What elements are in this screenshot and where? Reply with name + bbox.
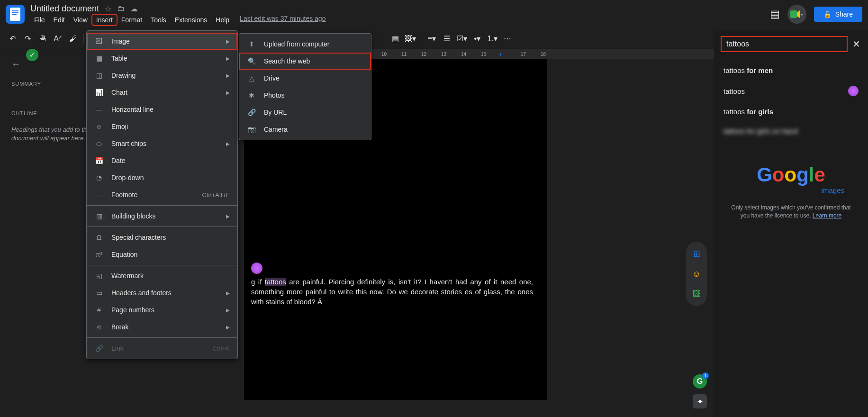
break-icon: ⎋ [94, 322, 104, 332]
explore-button[interactable]: ✦ [693, 394, 707, 408]
menu-divider [87, 205, 237, 206]
search-input[interactable] [722, 37, 847, 51]
search-panel: ✕ tattoos for mentattoostattoos for girl… [714, 31, 868, 417]
chevron-right-icon: ▶ [226, 308, 230, 313]
more-button[interactable]: ⋯ [501, 32, 514, 45]
menu-bar: FileEditViewInsertFormatToolsExtensionsH… [30, 15, 326, 25]
menu-label: Drawing [111, 72, 136, 79]
meet-icon [790, 10, 800, 18]
menu-label: Horizontal line [111, 106, 154, 113]
add-comment-button[interactable]: ⊞ [690, 247, 703, 261]
line-spacing-button[interactable]: ☰ [440, 32, 453, 45]
print-button[interactable]: 🖶 [36, 32, 49, 45]
menu-item-page-numbers[interactable]: #Page numbers▶ [87, 301, 237, 318]
menu-label: Drop-down [111, 174, 144, 181]
ruler-mark: 12 [421, 52, 426, 57]
cloud-icon[interactable]: ☁ [130, 4, 138, 13]
back-arrow[interactable]: ← [11, 59, 98, 70]
menu-help[interactable]: Help [212, 15, 233, 25]
success-check-icon: ✓ [26, 49, 38, 61]
insert-comment-button[interactable]: ▤ [389, 32, 402, 45]
learn-more-link[interactable]: Learn more [813, 212, 841, 219]
search-suggestion[interactable]: tattoos for men [714, 61, 868, 80]
menu-item-date[interactable]: 📅Date [87, 152, 237, 169]
omega-icon: Ω [94, 233, 104, 242]
menu-view[interactable]: View [70, 15, 91, 25]
checklist-button[interactable]: ☑▾ [455, 32, 469, 45]
meet-button[interactable]: ▾ [787, 5, 806, 24]
spellcheck-button[interactable]: Aᐟ [51, 32, 64, 45]
chart-icon: 📊 [94, 88, 104, 97]
ruler-mark: 18 [541, 52, 546, 57]
menu-item-link[interactable]: 🔗LinkCtrl+K [87, 340, 237, 357]
chips-icon: ⬭ [94, 139, 104, 148]
chevron-right-icon: ▶ [226, 141, 230, 146]
menu-label: Link [111, 344, 124, 352]
suggest-edits-button[interactable]: 🖼 [690, 287, 703, 300]
menu-extensions[interactable]: Extensions [171, 15, 211, 25]
images-label: images [723, 186, 859, 194]
close-icon[interactable]: ✕ [852, 38, 860, 50]
share-button[interactable]: 🔒 Share [814, 7, 862, 22]
menu-edit[interactable]: Edit [50, 15, 69, 25]
align-button[interactable]: ≡▾ [425, 32, 438, 45]
menu-item-upload-from-computer[interactable]: ⬆Upload from computer [239, 36, 371, 53]
comment-history-icon[interactable]: ▤ [770, 8, 780, 20]
document-title[interactable]: Untitled document [30, 4, 99, 14]
menu-label: Smart chips [111, 140, 146, 147]
menu-item-camera[interactable]: 📷Camera [239, 121, 371, 138]
last-edit-link[interactable]: Last edit was 37 minutes ago [240, 15, 326, 25]
ruler-indent-marker[interactable]: ▾ [499, 52, 502, 57]
bullet-list-button[interactable]: •▾ [470, 32, 484, 45]
menu-item-photos[interactable]: ✱Photos [239, 87, 371, 104]
star-icon[interactable]: ☆ [105, 4, 111, 13]
menu-item-watermark[interactable]: ◱Watermark [87, 267, 237, 284]
menu-item-equation[interactable]: π²Equation [87, 246, 237, 263]
menu-item-drive[interactable]: △Drive [239, 70, 371, 87]
insert-menu-dropdown: 🖼Image▶▦Table▶◫Drawing▶📊Chart▶—Horizonta… [86, 30, 238, 359]
numbered-list-button[interactable]: 1.▾ [486, 32, 499, 45]
grammarly-badge[interactable]: G1 [693, 374, 707, 389]
dropdown-icon: ◔ [94, 173, 104, 182]
redo-button[interactable]: ↷ [21, 32, 34, 45]
pagenum-icon: # [94, 305, 104, 315]
menu-format[interactable]: Format [118, 15, 146, 25]
paint-format-button[interactable]: 🖌 [66, 32, 80, 45]
menu-label: Equation [111, 251, 137, 258]
menu-item-smart-chips[interactable]: ⬭Smart chips▶ [87, 135, 237, 152]
document-text[interactable]: g if tattoos are painful. Piercing defin… [251, 263, 533, 307]
menu-item-special-characters[interactable]: ΩSpecial characters [87, 229, 237, 246]
search-suggestion[interactable]: tattoos for girls on hand [714, 121, 868, 141]
menu-item-table[interactable]: ▦Table▶ [87, 50, 237, 67]
chevron-right-icon: ▶ [226, 39, 230, 44]
menu-item-by-url[interactable]: 🔗By URL [239, 104, 371, 121]
menu-item-drop-down[interactable]: ◔Drop-down [87, 169, 237, 186]
camera-icon: 📷 [247, 125, 256, 134]
menu-item-search-the-web[interactable]: 🔍Search the web [239, 53, 371, 70]
menu-item-headers-and-footers[interactable]: ▭Headers and footers▶ [87, 284, 237, 301]
equation-icon: π² [94, 250, 104, 259]
link-icon: 🔗 [94, 344, 104, 353]
menu-label: Page numbers [111, 306, 154, 314]
menu-item-drawing[interactable]: ◫Drawing▶ [87, 67, 237, 84]
search-suggestion[interactable]: tattoos [714, 80, 868, 102]
upload-icon: ⬆ [247, 39, 256, 49]
menu-item-emoji[interactable]: ☺Emoji [87, 118, 237, 135]
menu-tools[interactable]: Tools [147, 15, 170, 25]
menu-item-image[interactable]: 🖼Image▶ [87, 33, 237, 50]
search-suggestion[interactable]: tattoos for girls [714, 102, 868, 121]
photos-icon: ✱ [247, 91, 256, 100]
menu-item-building-blocks[interactable]: ▥Building blocks▶ [87, 208, 237, 225]
menu-insert[interactable]: Insert [92, 15, 117, 25]
docs-logo[interactable] [6, 5, 25, 24]
menu-label: Watermark [111, 272, 144, 280]
menu-item-footnote[interactable]: ≣FootnoteCtrl+Alt+F [87, 186, 237, 203]
menu-item-chart[interactable]: 📊Chart▶ [87, 84, 237, 101]
menu-item-break[interactable]: ⎋Break▶ [87, 318, 237, 335]
menu-file[interactable]: File [30, 15, 49, 25]
move-icon[interactable]: 🗀 [117, 4, 125, 13]
emoji-reaction-button[interactable]: ☺ [690, 267, 703, 281]
insert-image-button[interactable]: 🖼▾ [404, 32, 417, 45]
menu-item-horizontal-line[interactable]: —Horizontal line [87, 101, 237, 118]
undo-button[interactable]: ↶ [6, 32, 19, 45]
